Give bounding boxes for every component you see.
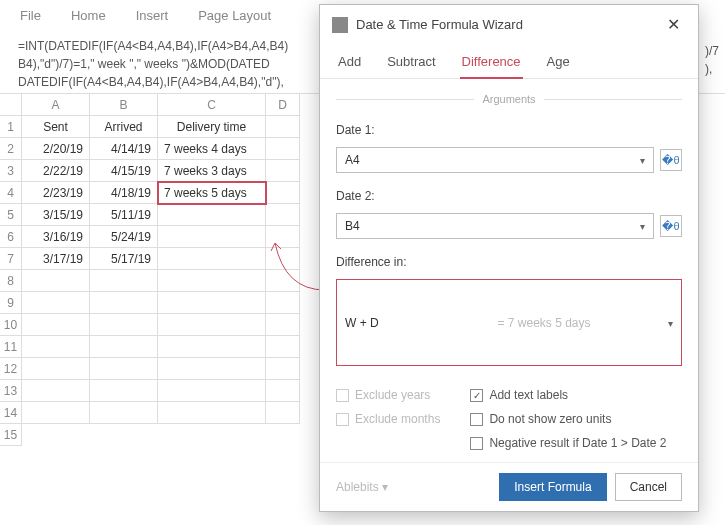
date1-input[interactable]: A4 ▾ bbox=[336, 147, 654, 173]
tab-add[interactable]: Add bbox=[336, 48, 363, 78]
cell[interactable]: 7 weeks 4 days bbox=[158, 138, 266, 160]
cell[interactable] bbox=[158, 314, 266, 336]
cell[interactable] bbox=[266, 138, 300, 160]
cell[interactable] bbox=[90, 380, 158, 402]
tab-page-layout[interactable]: Page Layout bbox=[198, 8, 271, 23]
cell[interactable] bbox=[266, 248, 300, 270]
row-header[interactable]: 8 bbox=[0, 270, 22, 292]
cell[interactable]: 4/14/19 bbox=[90, 138, 158, 160]
cell[interactable] bbox=[158, 380, 266, 402]
row-header[interactable]: 3 bbox=[0, 160, 22, 182]
cell[interactable]: Arrived bbox=[90, 116, 158, 138]
difference-preview: = 7 weeks 5 days bbox=[415, 316, 673, 330]
cell[interactable] bbox=[22, 292, 90, 314]
cell[interactable] bbox=[90, 314, 158, 336]
cell[interactable] bbox=[158, 358, 266, 380]
select-all-corner[interactable] bbox=[0, 94, 22, 116]
cell[interactable]: Delivery time bbox=[158, 116, 266, 138]
row-header[interactable]: 10 bbox=[0, 314, 22, 336]
cell[interactable] bbox=[266, 292, 300, 314]
row-header[interactable]: 9 bbox=[0, 292, 22, 314]
cell[interactable] bbox=[158, 336, 266, 358]
cell[interactable]: 3/17/19 bbox=[22, 248, 90, 270]
cell[interactable] bbox=[22, 380, 90, 402]
cell[interactable] bbox=[90, 292, 158, 314]
checkbox-negative-result[interactable]: Negative result if Date 1 > Date 2 bbox=[470, 436, 666, 450]
cell[interactable] bbox=[158, 402, 266, 424]
cell[interactable] bbox=[266, 336, 300, 358]
cell[interactable] bbox=[158, 292, 266, 314]
row-header[interactable]: 6 bbox=[0, 226, 22, 248]
cell[interactable] bbox=[90, 402, 158, 424]
difference-in-input[interactable]: W + D = 7 weeks 5 days ▾ bbox=[336, 279, 682, 366]
row-header[interactable]: 2 bbox=[0, 138, 22, 160]
checkbox-add-text-labels[interactable]: ✓Add text labels bbox=[470, 388, 666, 402]
cell[interactable] bbox=[90, 270, 158, 292]
cell-selected[interactable]: 7 weeks 5 days bbox=[158, 182, 266, 204]
cell[interactable]: 3/16/19 bbox=[22, 226, 90, 248]
cancel-button[interactable]: Cancel bbox=[615, 473, 682, 501]
cell[interactable] bbox=[22, 336, 90, 358]
col-header-b[interactable]: B bbox=[90, 94, 158, 116]
cell[interactable] bbox=[158, 204, 266, 226]
cell[interactable] bbox=[22, 270, 90, 292]
cell[interactable] bbox=[266, 270, 300, 292]
row-header[interactable]: 4 bbox=[0, 182, 22, 204]
brand-label: Ablebits ▾ bbox=[336, 480, 491, 494]
row-header[interactable]: 12 bbox=[0, 358, 22, 380]
cell[interactable]: 3/15/19 bbox=[22, 204, 90, 226]
tab-subtract[interactable]: Subtract bbox=[385, 48, 437, 78]
cell[interactable] bbox=[266, 358, 300, 380]
cell[interactable] bbox=[22, 402, 90, 424]
cell[interactable] bbox=[266, 160, 300, 182]
cell[interactable]: 5/11/19 bbox=[90, 204, 158, 226]
date1-value: A4 bbox=[345, 153, 360, 167]
cell[interactable]: 5/24/19 bbox=[90, 226, 158, 248]
cell[interactable] bbox=[266, 226, 300, 248]
close-button[interactable]: ✕ bbox=[661, 13, 686, 36]
chevron-down-icon: ▾ bbox=[640, 221, 645, 232]
cell[interactable] bbox=[266, 402, 300, 424]
col-header-c[interactable]: C bbox=[158, 94, 266, 116]
cell[interactable] bbox=[90, 336, 158, 358]
row-header[interactable]: 5 bbox=[0, 204, 22, 226]
cell[interactable] bbox=[266, 314, 300, 336]
tab-insert[interactable]: Insert bbox=[136, 8, 169, 23]
cell[interactable]: 4/15/19 bbox=[90, 160, 158, 182]
date2-input[interactable]: B4 ▾ bbox=[336, 213, 654, 239]
cell[interactable] bbox=[158, 248, 266, 270]
row-header[interactable]: 1 bbox=[0, 116, 22, 138]
cell[interactable]: Sent bbox=[22, 116, 90, 138]
cell[interactable]: 4/18/19 bbox=[90, 182, 158, 204]
date1-range-picker[interactable]: �θ bbox=[660, 149, 682, 171]
tab-age[interactable]: Age bbox=[545, 48, 572, 78]
tab-difference[interactable]: Difference bbox=[460, 48, 523, 79]
col-header-d[interactable]: D bbox=[266, 94, 300, 116]
cell[interactable] bbox=[158, 226, 266, 248]
row-header[interactable]: 15 bbox=[0, 424, 22, 446]
cell[interactable]: 2/23/19 bbox=[22, 182, 90, 204]
cell[interactable] bbox=[266, 182, 300, 204]
cell[interactable] bbox=[22, 314, 90, 336]
cell[interactable]: 2/22/19 bbox=[22, 160, 90, 182]
cell[interactable]: 2/20/19 bbox=[22, 138, 90, 160]
row-header[interactable]: 11 bbox=[0, 336, 22, 358]
cell[interactable] bbox=[90, 358, 158, 380]
cell[interactable]: 5/17/19 bbox=[90, 248, 158, 270]
tab-file[interactable]: File bbox=[20, 8, 41, 23]
cell[interactable]: 7 weeks 3 days bbox=[158, 160, 266, 182]
tab-home[interactable]: Home bbox=[71, 8, 106, 23]
date2-value: B4 bbox=[345, 219, 360, 233]
cell[interactable] bbox=[22, 358, 90, 380]
date2-range-picker[interactable]: �θ bbox=[660, 215, 682, 237]
row-header[interactable]: 7 bbox=[0, 248, 22, 270]
cell[interactable] bbox=[158, 270, 266, 292]
cell[interactable] bbox=[266, 116, 300, 138]
col-header-a[interactable]: A bbox=[22, 94, 90, 116]
cell[interactable] bbox=[266, 380, 300, 402]
checkbox-no-zero-units[interactable]: Do not show zero units bbox=[470, 412, 666, 426]
insert-formula-button[interactable]: Insert Formula bbox=[499, 473, 606, 501]
cell[interactable] bbox=[266, 204, 300, 226]
row-header[interactable]: 13 bbox=[0, 380, 22, 402]
row-header[interactable]: 14 bbox=[0, 402, 22, 424]
